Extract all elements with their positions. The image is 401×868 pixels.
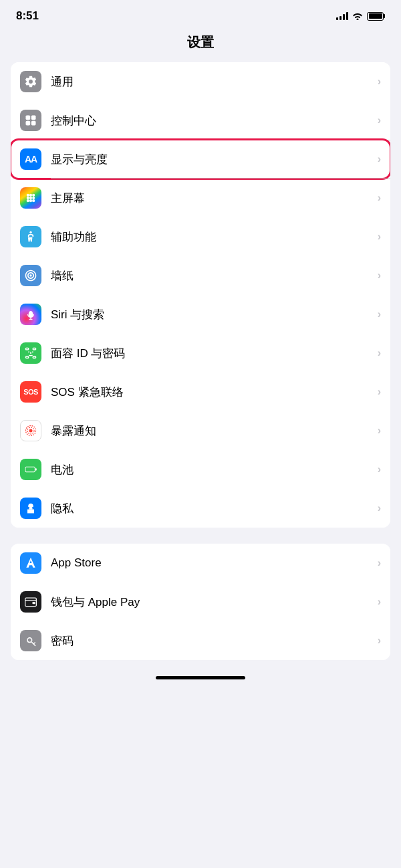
general-icon (20, 71, 41, 92)
svg-rect-18 (26, 348, 29, 350)
home-label: 主屏幕 (51, 191, 372, 206)
settings-item-sos[interactable]: SOS SOS 紧急联络 › (11, 372, 390, 411)
siri-chevron: › (378, 308, 381, 320)
passwords-icon (20, 630, 41, 651)
svg-point-11 (29, 199, 32, 202)
settings-group-2: App Store › 钱包与 Apple Pay › 密码 › (11, 544, 390, 660)
settings-item-wallpaper[interactable]: 墙纸 › (11, 256, 390, 295)
accessibility-chevron: › (378, 231, 381, 243)
privacy-label: 隐私 (51, 501, 372, 516)
control-center-icon (20, 110, 41, 131)
settings-item-general[interactable]: 通用 › (11, 62, 390, 101)
control-center-chevron: › (378, 114, 381, 126)
svg-rect-0 (26, 116, 31, 120)
battery-icon (20, 459, 41, 480)
settings-item-control-center[interactable]: 控制中心 › (11, 101, 390, 140)
faceid-label: 面容 ID 与密码 (51, 346, 372, 361)
sos-label: SOS 紧急联络 (51, 385, 372, 400)
svg-rect-30 (35, 468, 37, 470)
svg-rect-2 (26, 121, 31, 126)
svg-point-10 (27, 199, 29, 202)
display-chevron: › (378, 153, 381, 165)
settings-item-faceid[interactable]: 面容 ID 与密码 › (11, 334, 390, 372)
appstore-icon (20, 552, 41, 574)
faceid-icon (20, 342, 41, 364)
accessibility-label: 辅助功能 (51, 229, 372, 245)
wallet-label: 钱包与 Apple Pay (51, 594, 372, 610)
accessibility-icon (20, 226, 41, 247)
passwords-label: 密码 (51, 633, 372, 649)
svg-point-9 (32, 197, 35, 199)
sos-chevron: › (378, 386, 381, 398)
battery-chevron: › (378, 463, 381, 475)
exposure-chevron: › (378, 425, 381, 437)
home-chevron: › (378, 192, 381, 204)
wallet-icon (20, 591, 41, 613)
svg-rect-21 (33, 356, 35, 358)
settings-item-display[interactable]: AA 显示与亮度 › (11, 140, 390, 179)
appstore-label: App Store (51, 556, 372, 570)
exposure-label: 暴露通知 (51, 423, 372, 439)
battery-label: 电池 (51, 462, 372, 477)
svg-line-34 (33, 643, 35, 645)
settings-item-battery[interactable]: 电池 › (11, 450, 390, 489)
settings-item-accessibility[interactable]: 辅助功能 › (11, 217, 390, 256)
svg-rect-1 (31, 116, 36, 120)
wallpaper-label: 墙纸 (51, 268, 372, 284)
svg-point-13 (29, 231, 31, 233)
general-label: 通用 (51, 74, 372, 90)
svg-point-7 (27, 197, 29, 199)
svg-point-6 (32, 194, 35, 197)
faceid-chevron: › (378, 347, 381, 359)
settings-item-home[interactable]: 主屏幕 › (11, 179, 390, 217)
display-icon: AA (20, 148, 41, 170)
control-center-label: 控制中心 (51, 113, 372, 128)
battery-status-icon (367, 12, 385, 21)
wifi-icon (352, 12, 363, 20)
signal-icon (336, 12, 348, 20)
svg-rect-29 (26, 467, 35, 472)
svg-rect-19 (33, 348, 35, 350)
settings-item-wallet[interactable]: 钱包与 Apple Pay › (11, 582, 390, 621)
svg-point-5 (29, 194, 32, 197)
home-icon (20, 187, 41, 209)
settings-group-1: 通用 › 控制中心 › AA 显示与亮度 › 主屏幕 › 辅助功能 › (11, 62, 390, 528)
wallet-chevron: › (378, 596, 381, 608)
siri-icon (20, 304, 41, 325)
siri-label: Siri 与搜索 (51, 307, 372, 322)
svg-point-33 (27, 638, 32, 643)
sos-icon: SOS (20, 381, 41, 403)
passwords-chevron: › (378, 635, 381, 647)
status-bar: 8:51 (0, 0, 401, 28)
settings-item-appstore[interactable]: App Store › (11, 544, 390, 582)
svg-point-4 (27, 194, 29, 197)
svg-point-14 (29, 274, 31, 276)
settings-item-siri[interactable]: Siri 与搜索 › (11, 295, 390, 334)
status-time: 8:51 (16, 9, 39, 23)
page-title: 设置 (0, 28, 401, 62)
settings-item-privacy[interactable]: 隐私 › (11, 489, 390, 528)
svg-rect-32 (33, 602, 35, 604)
svg-point-25 (29, 429, 33, 433)
svg-rect-3 (31, 121, 36, 126)
wallpaper-icon (20, 265, 41, 286)
privacy-icon (20, 498, 41, 519)
appstore-chevron: › (378, 557, 381, 569)
home-bar (156, 676, 245, 679)
svg-point-12 (32, 199, 35, 202)
settings-item-exposure[interactable]: 暴露通知 › (11, 411, 390, 450)
wallpaper-chevron: › (378, 269, 381, 282)
privacy-chevron: › (378, 502, 381, 514)
display-label: 显示与亮度 (51, 152, 372, 167)
exposure-icon (20, 420, 41, 441)
general-chevron: › (378, 76, 381, 88)
svg-point-8 (29, 197, 32, 199)
settings-item-passwords[interactable]: 密码 › (11, 621, 390, 660)
svg-rect-20 (26, 356, 29, 358)
status-icons (336, 12, 385, 21)
